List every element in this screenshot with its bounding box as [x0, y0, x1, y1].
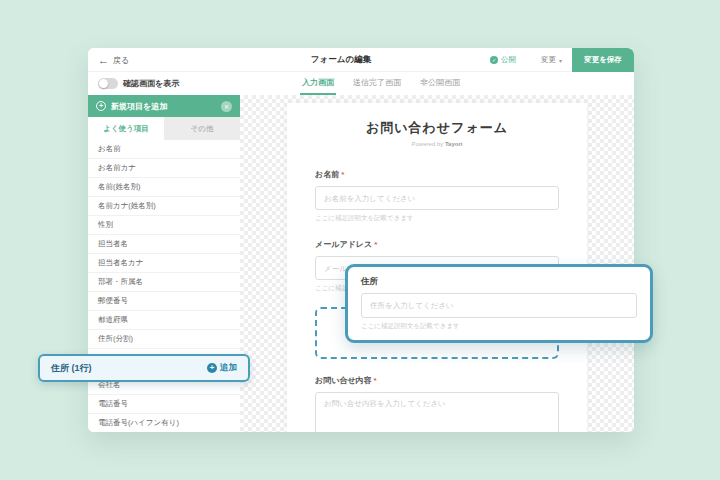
field-email-label-text: メールアドレス	[315, 240, 372, 249]
sidebar-items-before: お名前お名前カナ名前(姓名別)名前カナ(姓名別)性別担当者名担当者名カナ部署・所…	[88, 140, 240, 349]
sidebar-item[interactable]: お名前カナ	[88, 159, 240, 178]
sidebar-item-label: 部署・所属名	[98, 277, 143, 287]
chevron-down-icon: ▾	[559, 57, 562, 64]
sidebar-item[interactable]: 部署・所属名	[88, 273, 240, 292]
field-name-label: お名前*	[315, 169, 559, 180]
add-item-label: 追加	[220, 362, 237, 374]
back-label: 戻る	[113, 55, 129, 66]
publish-status-icon: ✓	[490, 56, 498, 64]
back-arrow-icon: ←	[98, 55, 109, 66]
page-title: フォームの編集	[208, 48, 474, 72]
page-background: { "icons": { "back": "←", "caret": "▾", …	[0, 0, 720, 480]
sidebar-item-label: お名前カナ	[98, 163, 136, 173]
sidebar-tabs: よく使う項目 その他	[88, 117, 240, 140]
address-input[interactable]	[361, 293, 637, 318]
editor-tabs: 入力画面 送信完了画面 非公開画面	[300, 72, 462, 95]
drag-item-label: 住所 (1行)	[51, 362, 92, 375]
tab-private-screen[interactable]: 非公開画面	[418, 72, 462, 95]
sidebar-item-address-one-line[interactable]: 住所 (1行) + 追加	[38, 354, 250, 382]
save-changes-button[interactable]: 変更を保存	[572, 48, 634, 72]
sidebar-item-label: 住所(分割)	[98, 334, 133, 344]
sub-bar: 確認画面を表示 入力画面 送信完了画面 非公開画面	[88, 72, 634, 95]
sidebar-item-label: お名前	[98, 144, 121, 154]
sidebar-item[interactable]: 名前カナ(姓名別)	[88, 197, 240, 216]
confirm-screen-toggle-group: 確認画面を表示	[98, 72, 179, 95]
dragged-field-label: 住所	[361, 276, 637, 288]
add-item-button[interactable]: + 追加	[207, 362, 237, 374]
sidebar-item-label: 電話番号	[98, 399, 128, 409]
sidebar-tab-other[interactable]: その他	[164, 117, 240, 140]
sidebar-item[interactable]: 郵便番号	[88, 292, 240, 311]
publish-status-badge: ✓ 公開	[490, 48, 516, 72]
add-plus-icon: +	[207, 363, 217, 373]
required-asterisk: *	[374, 376, 377, 385]
sidebar-items-after: 会社名電話番号電話番号(ハイフン有り)	[88, 376, 240, 432]
field-message-label-text: お問い合せ内容	[315, 376, 372, 385]
powered-by: Powered by Tayori	[315, 141, 559, 147]
sidebar-tab-frequent[interactable]: よく使う項目	[88, 117, 164, 140]
sidebar-item-label: 電話番号(ハイフン有り)	[98, 418, 179, 428]
sidebar-item[interactable]: 性別	[88, 216, 240, 235]
sidebar-item[interactable]: 電話番号	[88, 395, 240, 414]
sidebar-item-label: 名前(姓名別)	[98, 182, 141, 192]
field-email-label: メールアドレス*	[315, 239, 559, 250]
sidebar-item[interactable]: 担当者名	[88, 235, 240, 254]
close-icon[interactable]: ✕	[221, 101, 232, 112]
powered-by-prefix: Powered by	[412, 141, 444, 147]
powered-by-brand: Tayori	[445, 141, 463, 147]
sidebar-item-label: 担当者名	[98, 239, 128, 249]
sidebar-item[interactable]: 都道府県	[88, 311, 240, 330]
back-button[interactable]: ← 戻る	[98, 48, 129, 72]
sidebar-item-label: 郵便番号	[98, 296, 128, 306]
dragged-field-helper: ここに補足説明文を記載できます	[361, 322, 637, 331]
confirm-screen-toggle[interactable]	[98, 78, 118, 89]
change-dropdown-label: 変更	[541, 55, 556, 65]
tab-input-screen[interactable]: 入力画面	[300, 72, 336, 95]
change-dropdown[interactable]: 変更 ▾	[541, 48, 562, 72]
sidebar-item[interactable]: 名前(姓名別)	[88, 178, 240, 197]
sidebar-header-label: 新規項目を追加	[111, 101, 167, 112]
form-title: お問い合わせフォーム	[315, 119, 559, 137]
message-textarea[interactable]	[315, 392, 559, 432]
sidebar-item-list: お名前お名前カナ名前(姓名別)名前カナ(姓名別)性別担当者名担当者名カナ部署・所…	[88, 140, 240, 432]
sidebar-item[interactable]: 住所(分割)	[88, 330, 240, 349]
field-message-label: お問い合せ内容*	[315, 375, 559, 386]
publish-status-label: 公開	[501, 55, 516, 65]
sidebar-item[interactable]: お名前	[88, 140, 240, 159]
sidebar-item[interactable]: 電話番号(ハイフン有り)	[88, 414, 240, 432]
sidebar-item-label: 担当者名カナ	[98, 258, 143, 268]
top-bar: ← 戻る フォームの編集 ✓ 公開 変更 ▾ 変更を保存	[88, 48, 634, 72]
sidebar-header: + 新規項目を追加 ✕	[88, 95, 240, 117]
name-input[interactable]	[315, 186, 559, 210]
plus-circle-icon: +	[96, 101, 106, 111]
sidebar-item[interactable]: 担当者名カナ	[88, 254, 240, 273]
dragged-field-card[interactable]: 住所 ここに補足説明文を記載できます	[345, 264, 653, 343]
field-name-label-text: お名前	[315, 170, 339, 179]
field-name-helper: ここに補足説明文を記載できます	[315, 214, 559, 223]
confirm-screen-toggle-label: 確認画面を表示	[123, 78, 179, 89]
sidebar-item-label: 性別	[98, 220, 113, 230]
sidebar-item-label: 都道府県	[98, 315, 128, 325]
toggle-knob	[99, 79, 108, 88]
sidebar-item-label: 名前カナ(姓名別)	[98, 201, 156, 211]
required-asterisk: *	[341, 170, 344, 179]
required-asterisk: *	[374, 240, 377, 249]
tab-complete-screen[interactable]: 送信完了画面	[351, 72, 403, 95]
